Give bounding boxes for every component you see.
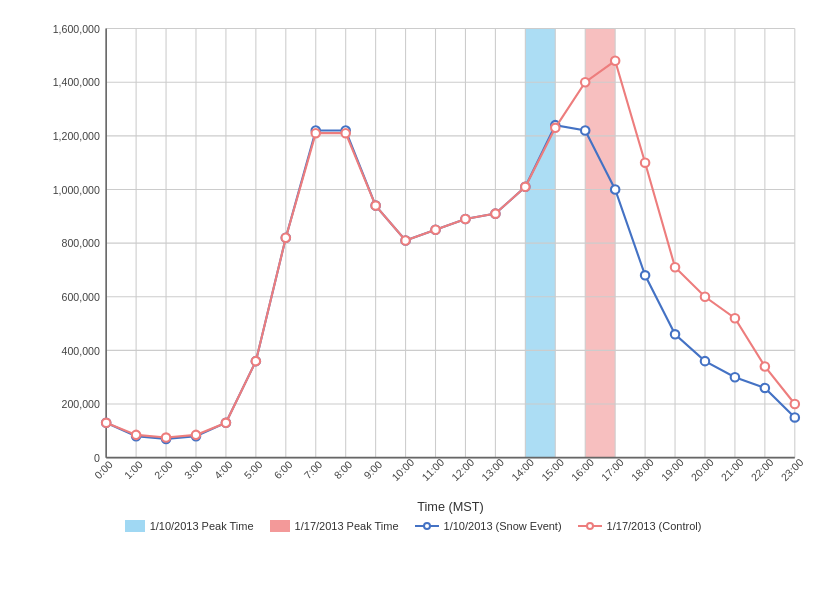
svg-point-117 — [731, 314, 739, 322]
chart-inner: 0200,000400,000600,000800,0001,000,0001,… — [32, 18, 816, 516]
svg-point-104 — [341, 129, 349, 137]
legend-label: 1/17/2013 (Control) — [607, 520, 702, 532]
svg-point-101 — [252, 357, 260, 365]
chart-area: 0200,000400,000600,000800,0001,000,0001,… — [10, 18, 816, 516]
legend: 1/10/2013 Peak Time1/17/2013 Peak Time1/… — [10, 520, 816, 532]
legend-color — [125, 520, 145, 532]
svg-point-111 — [551, 124, 559, 132]
svg-text:200,000: 200,000 — [62, 398, 100, 410]
svg-point-115 — [671, 263, 679, 271]
svg-point-89 — [611, 185, 619, 193]
svg-text:400,000: 400,000 — [62, 345, 100, 357]
svg-rect-0 — [32, 18, 816, 516]
svg-point-99 — [192, 431, 200, 439]
svg-text:1,000,000: 1,000,000 — [53, 184, 100, 196]
svg-point-92 — [701, 357, 709, 365]
legend-item: 1/17/2013 Peak Time — [270, 520, 399, 532]
svg-point-118 — [761, 362, 769, 370]
svg-point-98 — [162, 433, 170, 441]
svg-text:800,000: 800,000 — [62, 237, 100, 249]
svg-point-96 — [102, 419, 110, 427]
svg-point-100 — [222, 419, 230, 427]
svg-point-102 — [282, 234, 290, 242]
svg-point-107 — [431, 225, 439, 233]
legend-line-icon — [415, 520, 439, 532]
svg-point-121 — [424, 523, 430, 529]
svg-point-123 — [587, 523, 593, 529]
svg-text:1,600,000: 1,600,000 — [53, 23, 100, 35]
svg-point-94 — [761, 384, 769, 392]
svg-point-112 — [581, 78, 589, 86]
svg-point-114 — [641, 158, 649, 166]
svg-point-109 — [491, 209, 499, 217]
svg-text:1,400,000: 1,400,000 — [53, 76, 100, 88]
chart-svg: 0200,000400,000600,000800,0001,000,0001,… — [32, 18, 816, 516]
legend-label: 1/10/2013 (Snow Event) — [444, 520, 562, 532]
svg-point-119 — [791, 400, 799, 408]
legend-item: 1/17/2013 (Control) — [578, 520, 702, 532]
svg-text:Time (MST): Time (MST) — [417, 499, 484, 514]
legend-label: 1/17/2013 Peak Time — [295, 520, 399, 532]
legend-label: 1/10/2013 Peak Time — [150, 520, 254, 532]
legend-color — [270, 520, 290, 532]
legend-item: 1/10/2013 (Snow Event) — [415, 520, 562, 532]
svg-point-103 — [312, 129, 320, 137]
svg-point-88 — [581, 126, 589, 134]
svg-point-108 — [461, 215, 469, 223]
svg-point-97 — [132, 431, 140, 439]
svg-text:600,000: 600,000 — [62, 291, 100, 303]
svg-text:1,200,000: 1,200,000 — [53, 130, 100, 142]
chart-container: 0200,000400,000600,000800,0001,000,0001,… — [0, 0, 826, 599]
legend-line-icon — [578, 520, 602, 532]
legend-item: 1/10/2013 Peak Time — [125, 520, 254, 532]
svg-point-91 — [671, 330, 679, 338]
svg-point-110 — [521, 183, 529, 191]
svg-point-90 — [641, 271, 649, 279]
svg-point-105 — [371, 201, 379, 209]
svg-point-113 — [611, 57, 619, 65]
svg-text:0: 0 — [94, 452, 100, 464]
svg-point-95 — [791, 413, 799, 421]
svg-point-116 — [701, 293, 709, 301]
svg-point-106 — [401, 236, 409, 244]
svg-point-93 — [731, 373, 739, 381]
